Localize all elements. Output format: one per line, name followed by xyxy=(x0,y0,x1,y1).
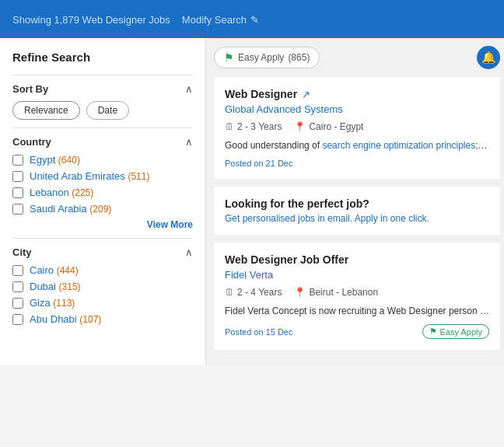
job-2-location-text: Beirut - Lebanon xyxy=(309,287,378,298)
city-abudhabi-label[interactable]: Abu Dhabi (107) xyxy=(30,313,101,325)
bell-icon: 🔔 xyxy=(481,51,496,65)
country-view-more[interactable]: View More xyxy=(12,219,193,230)
country-saudi-label[interactable]: Saudi Arabia (209) xyxy=(30,203,111,215)
job-2-footer: Posted on 15 Dec ⚑ Easy Apply xyxy=(225,318,489,339)
date-sort-button[interactable]: Date xyxy=(86,101,129,120)
job-2-experience-text: 2 - 4 Years xyxy=(237,287,282,298)
job-2-location: 📍 Beirut - Lebanon xyxy=(294,287,378,298)
sort-buttons: Relevance Date xyxy=(12,101,193,120)
job-1-experience-text: 2 - 3 Years xyxy=(237,121,282,132)
easy-apply-filter[interactable]: ⚑ Easy Apply (865) xyxy=(214,47,320,68)
country-filter-header: Country ∧ xyxy=(12,136,193,148)
country-egypt-label[interactable]: Egypt (640) xyxy=(30,154,80,166)
city-cairo-checkbox[interactable] xyxy=(12,265,23,276)
promo-card: Looking for the perfect job? Get persona… xyxy=(214,187,500,235)
location-icon: 📍 xyxy=(294,121,306,132)
sort-chevron-icon: ∧ xyxy=(185,83,193,95)
briefcase-icon-2: 🗓 xyxy=(225,287,234,298)
sort-header: Sort By ∧ xyxy=(12,83,193,95)
job-card-2: Web Designer Job Offer Fidel Verta 🗓 2 -… xyxy=(214,243,500,350)
city-section: City ∧ Cairo (444) Dubai (315) Giza (113… xyxy=(12,238,193,337)
job-1-company[interactable]: Global Advanced Systems xyxy=(225,103,489,115)
briefcase-icon: 🗓 xyxy=(225,121,234,132)
easy-apply-filter-count: (865) xyxy=(288,52,310,63)
country-section: Country ∧ Egypt (640) United Arab Emirat… xyxy=(12,127,193,238)
country-egypt-checkbox[interactable] xyxy=(12,155,23,166)
job-count-title: Showing 1,879 Web Designer Jobs xyxy=(12,14,170,26)
country-lebanon-checkbox[interactable] xyxy=(12,187,23,198)
job-2-title-row: Web Designer Job Offer xyxy=(225,253,489,266)
country-lebanon-label[interactable]: Lebanon (225) xyxy=(30,187,93,198)
easy-apply-filter-label: Easy Apply xyxy=(238,52,284,63)
job-1-location: 📍 Cairo - Egypt xyxy=(294,121,363,132)
city-dubai: Dubai (315) xyxy=(12,281,193,292)
country-uae-label[interactable]: United Arab Emirates (511) xyxy=(30,170,149,182)
refine-search-title: Refine Search xyxy=(12,51,193,64)
city-filter-header: City ∧ xyxy=(12,246,193,258)
relevance-sort-button[interactable]: Relevance xyxy=(12,101,80,120)
country-lebanon: Lebanon (225) xyxy=(12,187,193,198)
job-card-1: Web Designer ↗ Global Advanced Systems 🗓… xyxy=(214,77,500,179)
city-giza-label[interactable]: Giza (113) xyxy=(30,297,75,309)
easy-apply-leaf-icon: ⚑ xyxy=(224,51,234,64)
job-2-description: Fidel Verta Concept is now recruiting a … xyxy=(225,304,489,318)
main-layout: Refine Search Sort By ∧ Relevance Date C… xyxy=(0,38,504,365)
city-dubai-label[interactable]: Dubai (315) xyxy=(30,281,81,292)
modify-search-link[interactable]: Modify Search xyxy=(182,14,247,26)
country-saudi: Saudi Arabia (209) xyxy=(12,203,193,215)
job-1-meta: 🗓 2 - 3 Years 📍 Cairo - Egypt xyxy=(225,121,489,132)
promo-text[interactable]: Get personalised jobs in email. Apply in… xyxy=(225,213,489,224)
easy-apply-tag-icon: ⚑ xyxy=(429,327,437,337)
job-1-description: Good understanding of search engine opti… xyxy=(225,138,489,152)
sort-section: Sort By ∧ Relevance Date xyxy=(12,75,193,127)
jobs-area: ⚑ Easy Apply (865) 🔔 Web Designer ↗ Glob… xyxy=(206,38,504,365)
country-uae-checkbox[interactable] xyxy=(12,171,23,182)
notification-bell-button[interactable]: 🔔 xyxy=(477,46,500,69)
city-abudhabi: Abu Dhabi (107) xyxy=(12,313,193,325)
job-1-experience: 🗓 2 - 3 Years xyxy=(225,121,282,132)
job-2-easy-apply-badge[interactable]: ⚑ Easy Apply xyxy=(422,324,489,339)
job-1-posted-date: Posted on 21 Dec xyxy=(225,159,489,168)
job-2-company[interactable]: Fidel Verta xyxy=(225,269,489,281)
job-1-title: Web Designer xyxy=(225,88,297,100)
easy-apply-tag-label: Easy Apply xyxy=(440,327,482,337)
promo-title: Looking for the perfect job? xyxy=(225,197,489,210)
city-giza-checkbox[interactable] xyxy=(12,298,23,309)
job-1-desc-link-seo[interactable]: search engine optimization principles xyxy=(322,140,475,151)
country-egypt: Egypt (640) xyxy=(12,154,193,166)
country-label: Country xyxy=(12,136,51,148)
pencil-icon: ✎ xyxy=(250,14,259,26)
city-label: City xyxy=(12,246,32,258)
city-chevron-icon: ∧ xyxy=(185,246,193,258)
filter-bar: ⚑ Easy Apply (865) 🔔 xyxy=(214,46,500,69)
job-2-experience: 🗓 2 - 4 Years xyxy=(225,287,282,298)
city-abudhabi-checkbox[interactable] xyxy=(12,314,23,325)
country-chevron-icon: ∧ xyxy=(185,136,193,148)
city-dubai-checkbox[interactable] xyxy=(12,281,23,292)
country-saudi-checkbox[interactable] xyxy=(12,204,23,215)
job-1-title-row: Web Designer ↗ xyxy=(225,88,489,100)
job-1-location-text: Cairo - Egypt xyxy=(309,121,363,132)
location-icon-2: 📍 xyxy=(294,287,306,298)
job-2-meta: 🗓 2 - 4 Years 📍 Beirut - Lebanon xyxy=(225,287,489,298)
city-cairo: Cairo (444) xyxy=(12,264,193,276)
sort-label: Sort By xyxy=(12,83,48,95)
city-cairo-label[interactable]: Cairo (444) xyxy=(30,264,79,276)
page-title: Showing 1,879 Web Designer Jobs Modify S… xyxy=(12,11,259,27)
header: Showing 1,879 Web Designer Jobs Modify S… xyxy=(0,0,504,38)
country-uae: United Arab Emirates (511) xyxy=(12,170,193,182)
city-giza: Giza (113) xyxy=(12,297,193,309)
job-2-title: Web Designer Job Offer xyxy=(225,253,348,266)
job-2-posted-date: Posted on 15 Dec xyxy=(225,327,292,337)
job-1-external-link-icon[interactable]: ↗ xyxy=(302,89,310,100)
sidebar: Refine Search Sort By ∧ Relevance Date C… xyxy=(0,38,206,365)
